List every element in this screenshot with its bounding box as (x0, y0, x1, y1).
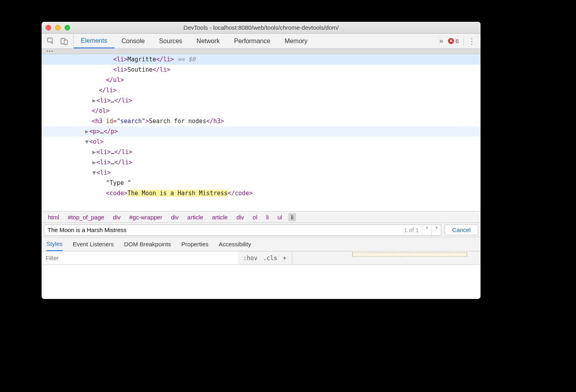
dom-node[interactable]: <code>The Moon is a Harsh Mistress</code… (42, 188, 481, 198)
more-tabs-icon[interactable]: » (439, 37, 443, 45)
error-icon: ✕ (448, 38, 454, 44)
styles-tabs: Styles Event Listeners DOM Breakpoints P… (42, 237, 481, 251)
search-box: 1 of 1 ˄ ˅ (44, 225, 441, 236)
dom-node[interactable]: ▶<li>…</li> (42, 95, 481, 106)
tab-performance[interactable]: Performance (227, 34, 278, 48)
dom-node[interactable]: </li> (42, 85, 481, 95)
crumb[interactable]: li (264, 213, 271, 221)
toolbar-icons (42, 34, 74, 48)
dom-text[interactable]: "Type " (42, 178, 481, 188)
dom-node[interactable]: ▼<li> (42, 167, 481, 178)
crumb[interactable]: li (288, 213, 296, 221)
toolbar-right: » ✕ 6 ⋮ (435, 36, 481, 46)
svg-rect-2 (64, 40, 67, 44)
tab-console[interactable]: Console (114, 34, 152, 48)
error-count: 6 (456, 38, 459, 44)
crumb[interactable]: ol (250, 213, 260, 221)
hov-button[interactable]: :hov (243, 255, 257, 262)
traffic-lights (46, 25, 70, 30)
search-count: 1 of 1 (401, 226, 422, 233)
minimize-icon[interactable] (55, 25, 61, 30)
subtab-styles[interactable]: Styles (46, 237, 63, 251)
crumb[interactable]: html (46, 213, 61, 221)
subtab-event-listeners[interactable]: Event Listeners (73, 237, 114, 251)
dom-node[interactable]: <li>Magritte</li> == $0 (42, 54, 481, 65)
dom-tree[interactable]: <li>Magritte</li> == $0 <li>Soutine</li>… (42, 54, 481, 211)
main-toolbar: Elements Console Sources Network Perform… (42, 34, 481, 49)
dom-node[interactable]: ▼<ol> (42, 137, 481, 147)
main-tabs: Elements Console Sources Network Perform… (74, 34, 435, 48)
svg-rect-0 (48, 38, 52, 42)
dom-node[interactable]: </ol> (42, 106, 481, 116)
dom-node[interactable]: </ul> (42, 75, 481, 85)
box-model-preview (352, 253, 467, 257)
crumb[interactable]: ul (275, 213, 284, 221)
breadcrumb: html #top_of_page div #gc-wrapper div ar… (42, 211, 481, 223)
crumb[interactable]: article (210, 213, 230, 221)
cls-button[interactable]: .cls (263, 255, 277, 262)
tab-sources[interactable]: Sources (152, 34, 189, 48)
styles-buttons: :hov .cls + (238, 255, 292, 262)
subtab-dom-breakpoints[interactable]: DOM Breakpoints (124, 237, 171, 251)
maximize-icon[interactable] (65, 25, 70, 30)
titlebar: DevTools - localhost:8080/web/tools/chro… (42, 22, 481, 34)
device-icon[interactable] (61, 38, 68, 45)
dom-node[interactable]: <h3 id="search">Search for nodes</h3> (42, 116, 481, 126)
devtools-window: DevTools - localhost:8080/web/tools/chro… (42, 22, 481, 299)
divider (292, 251, 292, 265)
styles-toolbar: :hov .cls + (42, 251, 481, 265)
dom-node[interactable]: ▶<p>…</p> (42, 126, 481, 137)
crumb[interactable]: div (234, 213, 246, 221)
tab-network[interactable]: Network (189, 34, 227, 48)
cancel-button[interactable]: Cancel (444, 225, 478, 235)
search-prev-icon[interactable]: ˄ (422, 225, 431, 235)
search-next-icon[interactable]: ˅ (431, 225, 441, 235)
filter-input[interactable] (42, 251, 238, 265)
subtab-properties[interactable]: Properties (181, 237, 208, 251)
subtab-accessibility[interactable]: Accessibility (219, 237, 251, 251)
kebab-menu-icon[interactable]: ⋮ (463, 36, 476, 46)
inspect-icon[interactable] (47, 38, 54, 45)
dom-node[interactable]: <li>Soutine</li> (42, 65, 481, 75)
crumb[interactable]: div (111, 213, 123, 221)
dom-node[interactable]: ▶<li>…</li> (42, 147, 481, 157)
error-badge[interactable]: ✕ 6 (448, 38, 459, 44)
search-input[interactable] (44, 226, 401, 233)
overflow-strip: ••• (42, 49, 481, 54)
close-icon[interactable] (46, 25, 51, 30)
crumb[interactable]: article (185, 213, 206, 221)
add-rule-button[interactable]: + (283, 255, 286, 262)
search-bar: 1 of 1 ˄ ˅ Cancel (42, 223, 481, 237)
crumb[interactable]: #gc-wrapper (127, 213, 164, 221)
tab-elements[interactable]: Elements (74, 34, 114, 48)
window-title: DevTools - localhost:8080/web/tools/chro… (42, 24, 481, 31)
crumb[interactable]: #top_of_page (65, 213, 107, 221)
tab-memory[interactable]: Memory (277, 34, 315, 48)
dom-node[interactable]: ▶<li>…</li> (42, 157, 481, 167)
crumb[interactable]: div (169, 213, 181, 221)
